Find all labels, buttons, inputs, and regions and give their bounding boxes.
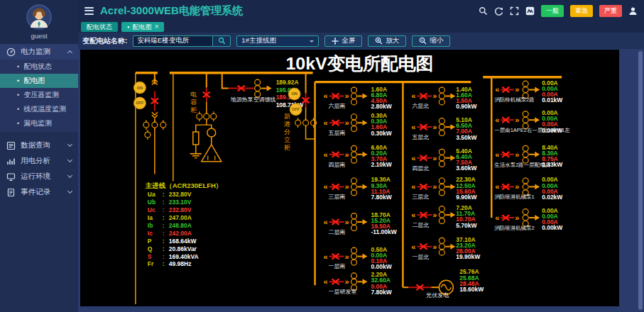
svg-text:18.60kW: 18.60kW	[459, 286, 484, 293]
svg-text:49.98Hz: 49.98Hz	[169, 260, 192, 267]
alarm-badge-critical[interactable]: 严重	[599, 5, 622, 17]
fullscreen-button[interactable]: 全屏	[324, 35, 362, 47]
fullscreen-icon[interactable]	[510, 6, 519, 16]
chevron-down-icon	[67, 157, 72, 162]
feeder-row: «»五层北5.10A6.50A7.00A3.50kW	[411, 116, 476, 140]
svg-text:«: «	[411, 123, 415, 131]
sidebar: guest 电力监测 配电状态 配电图 变压器监测 线缆温度监测 漏电监测	[0, 0, 78, 312]
svg-text::: :	[163, 206, 165, 213]
feeder-row: «»一层南0.50A0.00A0.10A0.00kW	[323, 246, 391, 270]
feeder-row: «»二层南18.70A15.20A19.50A-11.00kW	[323, 211, 396, 235]
avatar	[26, 4, 52, 30]
svg-text:«: «	[495, 182, 499, 191]
svg-text:»: »	[344, 182, 349, 191]
svg-text:189.92A: 189.92A	[276, 79, 299, 86]
svg-text:Ub: Ub	[148, 199, 155, 206]
incoming-breaker: ONOFF	[133, 73, 165, 174]
sidebar-item-leakage-monitor[interactable]: 漏电监测	[0, 116, 78, 130]
feeder-row: «»三层北22.30A12.50A15.60A9.90kW	[411, 176, 476, 200]
svg-text:地源热泵空调馈线: 地源热泵空调馈线	[230, 96, 276, 103]
svg-text:»: »	[515, 150, 519, 159]
tab-label: 配电图	[133, 23, 152, 32]
sidebar-item-usage-analysis[interactable]: 用电分析	[0, 153, 78, 169]
alarm-badge-urgent[interactable]: 紧急	[570, 5, 593, 17]
svg-text:四层北: 四层北	[412, 165, 429, 172]
sidebar-item-cable-temperature[interactable]: 线缆温度监测	[0, 102, 78, 116]
power-monitor-icon	[6, 48, 16, 57]
hamburger-icon[interactable]	[84, 7, 94, 15]
tab-bar: 配电状态 ● 配电图 ×	[78, 21, 644, 33]
alarm-badge-normal[interactable]: 一般	[541, 5, 564, 17]
svg-text:«: «	[495, 116, 499, 124]
svg-text:«: «	[411, 182, 415, 191]
svg-text:«: «	[411, 91, 415, 100]
svg-text:5.70kW: 5.70kW	[456, 222, 476, 229]
tab-distribution-diagram[interactable]: ● 配电图 ×	[121, 22, 164, 32]
sidebar-item-operating-environment[interactable]: 运行环境	[0, 169, 78, 184]
station-search-input[interactable]	[133, 35, 212, 47]
close-icon[interactable]: ×	[155, 23, 159, 30]
svg-text:S: S	[148, 253, 152, 260]
svg-text:五层北: 五层北	[412, 134, 429, 140]
app-window: guest 电力监测 配电状态 配电图 变压器监测 线缆温度监测 漏电监测	[0, 0, 644, 312]
svg-text:7.80kW: 7.80kW	[371, 289, 391, 296]
svg-text::: :	[163, 199, 165, 206]
sidebar-item-label: 用电分析	[21, 156, 50, 166]
sidebar-item-transformer-monitor[interactable]: 变压器监测	[0, 88, 78, 102]
diagram-select[interactable]: 1#主接线图	[236, 35, 319, 47]
data-query-icon	[6, 141, 16, 150]
active-dot-icon: ●	[127, 25, 130, 29]
svg-text:233.10V: 233.10V	[169, 199, 192, 206]
svg-text:Uc: Uc	[148, 206, 155, 213]
user-icon[interactable]	[628, 6, 638, 16]
svg-text:P: P	[148, 238, 152, 245]
svg-text:168.64kW: 168.64kW	[169, 238, 197, 245]
svg-text:3.60kW: 3.60kW	[456, 165, 476, 172]
feeder-row: «»消防栓机械泵2路0.00A0.00A0.00A0.01kW	[494, 79, 562, 104]
header-actions: 一般 紧急 严重	[479, 5, 638, 17]
svg-text:二层南: 二层南	[329, 229, 346, 235]
svg-text:六层北: 六层北	[412, 103, 429, 109]
svg-text:分: 分	[284, 128, 290, 135]
svg-text:»: »	[432, 91, 437, 100]
notification-icon[interactable]	[525, 6, 535, 16]
svg-text:232.80V: 232.80V	[169, 191, 192, 198]
zoom-in-button[interactable]: 放大	[368, 35, 406, 47]
svg-text:Ia: Ia	[148, 214, 153, 221]
sidebar-item-distribution-diagram[interactable]: 配电图	[0, 74, 78, 88]
svg-text:«: «	[495, 86, 499, 94]
svg-text:Ib: Ib	[148, 222, 153, 229]
svg-text:«: «	[323, 277, 327, 286]
feeder-row: «»消防喷淋机械泵20.00A0.00A0.00A0.00kW	[494, 207, 562, 231]
svg-text:Fr: Fr	[148, 260, 154, 267]
svg-text:19.90kW: 19.90kW	[456, 253, 480, 260]
svg-text:«: «	[323, 150, 327, 159]
refresh-icon[interactable]	[494, 6, 503, 16]
sidebar-nav: 电力监测 配电状态 配电图 变压器监测 线缆温度监测 漏电监测 数据查询	[0, 44, 78, 200]
sidebar-item-label: 运行环境	[21, 172, 50, 182]
svg-text:0.01kW: 0.01kW	[542, 96, 562, 104]
svg-text:»: »	[515, 182, 519, 191]
top-header: Acrel-3000WEB电能管理系统 一般 紧急 严重	[78, 0, 644, 21]
sidebar-item-data-query[interactable]: 数据查询	[0, 138, 78, 153]
scrollbar[interactable]	[638, 51, 643, 310]
svg-text:«: «	[323, 118, 327, 127]
svg-text:Q: Q	[148, 245, 153, 252]
station-search-button[interactable]	[212, 35, 231, 47]
main-line-readings: 主进线（ACR230ELFH）Ua:232.80VUb:233.10VUc:23…	[145, 182, 222, 267]
svg-text:OFF: OFF	[136, 101, 144, 105]
svg-text:»: »	[344, 91, 349, 100]
search-icon[interactable]	[479, 6, 488, 16]
distribution-diagram[interactable]: 10kV变电所配电图ONOFF电容柜地源热泵空调馈线189.92A195.04A…	[80, 50, 619, 306]
tab-distribution-status[interactable]: 配电状态	[81, 22, 118, 32]
svg-text:一层研发室: 一层研发室	[329, 289, 357, 295]
svg-text:«: «	[411, 211, 415, 219]
svg-text:新: 新	[284, 113, 290, 120]
svg-text:消防喷淋机械泵1: 消防喷淋机械泵1	[494, 194, 535, 200]
svg-text:»: »	[344, 252, 349, 261]
zoom-out-button[interactable]: 缩小	[412, 35, 450, 47]
svg-text:»: »	[432, 123, 437, 131]
sidebar-item-power-monitor[interactable]: 电力监测	[0, 44, 78, 60]
sidebar-item-event-log[interactable]: 事件记录	[0, 184, 78, 200]
sidebar-item-distribution-status[interactable]: 配电状态	[0, 60, 78, 74]
